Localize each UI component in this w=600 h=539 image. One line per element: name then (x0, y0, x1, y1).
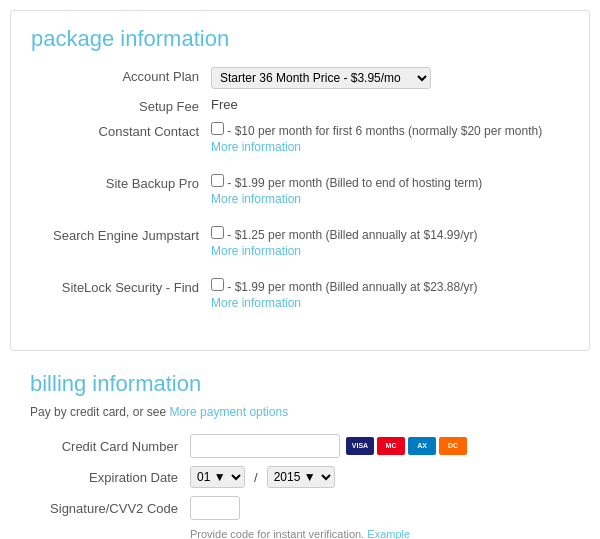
cvv-hint-text: Provide code for instant verification. E… (190, 528, 570, 539)
account-plan-select[interactable]: Starter 36 Month Price - $3.95/mo (211, 67, 431, 89)
setup-fee-label: Setup Fee (31, 97, 211, 114)
constant-contact-checkbox[interactable] (211, 122, 224, 135)
sitelock-checkbox[interactable] (211, 278, 224, 291)
seo-checkbox[interactable] (211, 226, 224, 239)
seo-check-row: - $1.25 per month (Billed annually at $1… (211, 226, 569, 242)
discover-icon: DC (439, 437, 467, 455)
seo-row: Search Engine Jumpstart - $1.25 per mont… (31, 226, 569, 270)
setup-fee-value: Free (211, 97, 238, 112)
site-backup-check-row: - $1.99 per month (Billed to end of host… (211, 174, 569, 190)
expiration-row: Expiration Date 01 ▼ 02 03 04 05 06 07 0… (30, 466, 570, 488)
setup-fee-row: Setup Fee Free (31, 97, 569, 114)
card-icons: VISA MC AX DC (346, 437, 467, 455)
seo-desc: - $1.25 per month (Billed annually at $1… (227, 228, 477, 242)
sitelock-desc: - $1.99 per month (Billed annually at $2… (227, 280, 477, 294)
credit-card-row: Credit Card Number VISA MC AX DC (30, 434, 570, 458)
sitelock-row: SiteLock Security - Find - $1.99 per mon… (31, 278, 569, 322)
billing-title: billing information (30, 371, 570, 397)
constant-contact-desc: - $10 per month for first 6 months (norm… (227, 124, 542, 138)
pay-text: Pay by credit card, or see More payment … (30, 405, 570, 419)
seo-label: Search Engine Jumpstart (31, 226, 211, 243)
constant-contact-row: Constant Contact - $10 per month for fir… (31, 122, 569, 166)
site-backup-checkbox[interactable] (211, 174, 224, 187)
expiration-label: Expiration Date (30, 470, 190, 485)
package-title: package information (31, 26, 569, 52)
credit-card-label: Credit Card Number (30, 439, 190, 454)
credit-card-content: VISA MC AX DC (190, 434, 467, 458)
package-section: package information Account Plan Starter… (10, 10, 590, 351)
constant-contact-content: - $10 per month for first 6 months (norm… (211, 122, 569, 154)
cvv-label: Signature/CVV2 Code (30, 501, 190, 516)
site-backup-label: Site Backup Pro (31, 174, 211, 191)
billing-section: billing information Pay by credit card, … (10, 361, 590, 539)
cvv-row: Signature/CVV2 Code (30, 496, 570, 520)
constant-contact-more-link[interactable]: More information (211, 140, 569, 154)
sitelock-check-row: - $1.99 per month (Billed annually at $2… (211, 278, 569, 294)
site-backup-desc: - $1.99 per month (Billed to end of host… (227, 176, 482, 190)
site-backup-content: - $1.99 per month (Billed to end of host… (211, 174, 569, 206)
account-plan-row: Account Plan Starter 36 Month Price - $3… (31, 67, 569, 89)
more-payment-options-link[interactable]: More payment options (169, 405, 288, 419)
site-backup-more-link[interactable]: More information (211, 192, 569, 206)
site-backup-row: Site Backup Pro - $1.99 per month (Bille… (31, 174, 569, 218)
visa-icon: VISA (346, 437, 374, 455)
credit-card-input[interactable] (190, 434, 340, 458)
cvv-example-link[interactable]: Example (367, 528, 410, 539)
exp-month-select[interactable]: 01 ▼ 02 03 04 05 06 07 08 09 10 11 12 (190, 466, 245, 488)
cvv-content (190, 496, 240, 520)
account-plan-content: Starter 36 Month Price - $3.95/mo (211, 67, 569, 89)
cvv-input[interactable] (190, 496, 240, 520)
exp-year-select[interactable]: 2015 ▼ 2016 2017 2018 2019 2020 (267, 466, 335, 488)
setup-fee-content: Free (211, 97, 569, 112)
seo-content: - $1.25 per month (Billed annually at $1… (211, 226, 569, 258)
seo-more-link[interactable]: More information (211, 244, 569, 258)
constant-contact-check-row: - $10 per month for first 6 months (norm… (211, 122, 569, 138)
account-plan-label: Account Plan (31, 67, 211, 84)
sitelock-more-link[interactable]: More information (211, 296, 569, 310)
constant-contact-label: Constant Contact (31, 122, 211, 139)
sitelock-content: - $1.99 per month (Billed annually at $2… (211, 278, 569, 310)
amex-icon: AX (408, 437, 436, 455)
sitelock-label: SiteLock Security - Find (31, 278, 211, 295)
mastercard-icon: MC (377, 437, 405, 455)
expiration-content: 01 ▼ 02 03 04 05 06 07 08 09 10 11 12 / … (190, 466, 335, 488)
date-separator: / (251, 470, 261, 485)
